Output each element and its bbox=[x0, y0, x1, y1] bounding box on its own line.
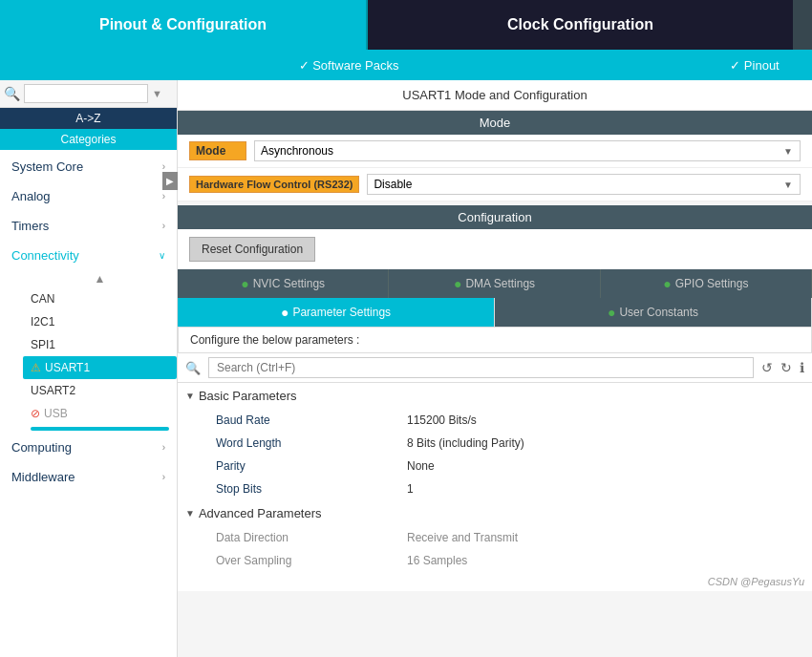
chevron-right-icon: › bbox=[162, 442, 165, 453]
param-row-stop-bits: Stop Bits 1 bbox=[178, 477, 812, 500]
check-icon: ● bbox=[281, 305, 288, 320]
chevron-right-icon: › bbox=[162, 221, 165, 231]
param-value: 1 bbox=[407, 482, 414, 496]
parameters-area: ▼ Basic Parameters Baud Rate 115200 Bits… bbox=[178, 383, 812, 572]
param-name: Stop Bits bbox=[216, 482, 407, 496]
parameter-search-input[interactable] bbox=[208, 357, 754, 378]
collapse-arrow-icon: ▼ bbox=[185, 508, 195, 519]
basic-params-label: Basic Parameters bbox=[199, 389, 297, 403]
hw-flow-select-wrapper: Disable bbox=[367, 174, 801, 195]
param-name: Data Direction bbox=[216, 531, 407, 544]
sidebar-item-label: Timers bbox=[11, 219, 49, 233]
search-input[interactable] bbox=[24, 84, 148, 103]
hw-flow-label: Hardware Flow Control (RS232) bbox=[189, 176, 359, 193]
param-name: Baud Rate bbox=[216, 413, 407, 427]
search-icon: 🔍 bbox=[4, 86, 20, 101]
check-icon: ● bbox=[241, 276, 248, 291]
search-icon: 🔍 bbox=[185, 361, 201, 375]
watermark: CSDN @PegasusYu bbox=[178, 572, 812, 591]
tabs-row2: ● Parameter Settings ● User Constants bbox=[178, 298, 812, 327]
mode-section: Mode Mode Asynchronous Hardware Flow Con… bbox=[178, 111, 812, 201]
sidebar-item-system-core[interactable]: System Core › bbox=[0, 152, 177, 181]
mode-select[interactable]: Asynchronous bbox=[254, 140, 801, 161]
mode-section-header: Mode bbox=[178, 111, 812, 135]
warning-icon: ⚠ bbox=[31, 361, 41, 374]
sidebar-item-label: Computing bbox=[11, 440, 72, 455]
sidebar-item-middleware[interactable]: Middleware › bbox=[0, 462, 177, 492]
content-title: USART1 Mode and Configuration bbox=[178, 80, 812, 111]
connectivity-subitems: ▲ CAN I2C1 SPI1 ⚠ USART1 USART2 ⊘ USB bbox=[0, 270, 177, 431]
sidebar-subitem-usb[interactable]: ⊘ USB bbox=[23, 402, 177, 425]
pinout-configuration-tab[interactable]: Pinout & Configuration bbox=[0, 0, 368, 50]
config-section: Configuration Reset Configuration ● NVIC… bbox=[178, 205, 812, 591]
sidebar-item-computing[interactable]: Computing › bbox=[0, 433, 177, 462]
param-value: 115200 Bits/s bbox=[407, 413, 477, 427]
param-name: Parity bbox=[216, 459, 407, 473]
clock-tab-label: Clock Configuration bbox=[507, 16, 653, 33]
next-icon[interactable]: ↻ bbox=[780, 360, 792, 375]
param-name: Over Sampling bbox=[216, 554, 407, 567]
param-row-over-sampling: Over Sampling 16 Samples bbox=[178, 549, 812, 572]
sidebar-subitem-spi1[interactable]: SPI1 bbox=[23, 333, 177, 356]
categories-button[interactable]: Categories bbox=[0, 129, 177, 150]
main-content: USART1 Mode and Configuration Mode Mode … bbox=[178, 80, 812, 657]
sidebar-subitem-can[interactable]: CAN bbox=[23, 287, 177, 310]
param-name: Word Length bbox=[216, 436, 407, 450]
chevron-right-icon: › bbox=[162, 191, 165, 201]
disabled-icon: ⊘ bbox=[31, 407, 40, 420]
mode-row: Mode Asynchronous bbox=[178, 135, 812, 168]
advanced-params-label: Advanced Parameters bbox=[199, 506, 322, 520]
software-packs-button[interactable]: ✓ Software Packs bbox=[0, 50, 697, 80]
tab-parameter-settings[interactable]: ● Parameter Settings bbox=[178, 298, 495, 327]
param-row-word-length: Word Length 8 Bits (including Parity) bbox=[178, 432, 812, 455]
param-row-baud-rate: Baud Rate 115200 Bits/s bbox=[178, 409, 812, 432]
param-row-data-direction: Data Direction Receive and Transmit bbox=[178, 526, 812, 549]
reset-configuration-button[interactable]: Reset Configuration bbox=[189, 237, 315, 262]
sort-az-button[interactable]: A->Z bbox=[0, 108, 177, 129]
sidebar-subitem-usart2[interactable]: USART2 bbox=[23, 379, 177, 402]
check-icon: ● bbox=[608, 305, 615, 320]
scroll-progress-bar bbox=[31, 427, 169, 431]
tab-dma-settings[interactable]: ● DMA Settings bbox=[389, 269, 600, 298]
tab-user-constants[interactable]: ● User Constants bbox=[495, 298, 812, 327]
hw-flow-row: Hardware Flow Control (RS232) Disable bbox=[178, 168, 812, 201]
tab-gpio-settings[interactable]: ● GPIO Settings bbox=[601, 269, 812, 298]
param-value: Receive and Transmit bbox=[407, 531, 518, 544]
param-value: None bbox=[407, 459, 435, 473]
sidebar-item-label: Connectivity bbox=[11, 248, 79, 263]
sidebar-item-connectivity[interactable]: Connectivity ∨ bbox=[0, 241, 177, 270]
pinout-btn-label: ✓ Pinout bbox=[730, 58, 779, 73]
check-icon: ● bbox=[454, 276, 461, 291]
software-packs-label: ✓ Software Packs bbox=[299, 58, 399, 73]
sidebar-item-analog[interactable]: Analog › bbox=[0, 181, 177, 211]
param-value: 8 Bits (including Parity) bbox=[407, 436, 524, 450]
sidebar-search-bar: 🔍 ▼ bbox=[0, 80, 177, 108]
chevron-right-icon: › bbox=[162, 472, 165, 482]
advanced-params-header[interactable]: ▼ Advanced Parameters bbox=[178, 500, 812, 526]
tabs-row1: ● NVIC Settings ● DMA Settings ● GPIO Se… bbox=[178, 269, 812, 298]
refresh-icon[interactable]: ↺ bbox=[761, 360, 773, 375]
collapse-arrow-icon: ▼ bbox=[185, 391, 195, 401]
tab-nvic-settings[interactable]: ● NVIC Settings bbox=[178, 269, 389, 298]
info-icon[interactable]: ℹ bbox=[800, 360, 804, 375]
param-value: 16 Samples bbox=[407, 554, 467, 567]
scroll-up-indicator[interactable]: ▲ bbox=[23, 270, 177, 287]
config-section-header: Configuration bbox=[178, 205, 812, 229]
sidebar-item-timers[interactable]: Timers › bbox=[0, 211, 177, 241]
pinout-button[interactable]: ✓ Pinout bbox=[697, 50, 812, 80]
mode-select-wrapper: Asynchronous bbox=[254, 140, 801, 161]
clock-configuration-tab[interactable]: Clock Configuration bbox=[368, 0, 793, 50]
chevron-down-icon: ∨ bbox=[159, 250, 165, 261]
sidebar: 🔍 ▼ A->Z Categories System Core › Analog… bbox=[0, 80, 178, 657]
hw-flow-select[interactable]: Disable bbox=[367, 174, 801, 195]
chevron-right-icon: › bbox=[162, 161, 165, 172]
sidebar-item-label: Analog bbox=[11, 189, 50, 203]
sidebar-subitem-i2c1[interactable]: I2C1 bbox=[23, 310, 177, 333]
basic-params-header[interactable]: ▼ Basic Parameters bbox=[178, 383, 812, 409]
pinout-tab-label: Pinout & Configuration bbox=[99, 16, 267, 33]
sidebar-subitem-usart1[interactable]: ⚠ USART1 bbox=[23, 356, 177, 379]
param-row-parity: Parity None bbox=[178, 455, 812, 477]
scroll-arrow[interactable]: ▶ bbox=[162, 172, 178, 190]
configure-hint: Configure the below parameters : bbox=[178, 327, 812, 353]
mode-label: Mode bbox=[189, 141, 246, 160]
